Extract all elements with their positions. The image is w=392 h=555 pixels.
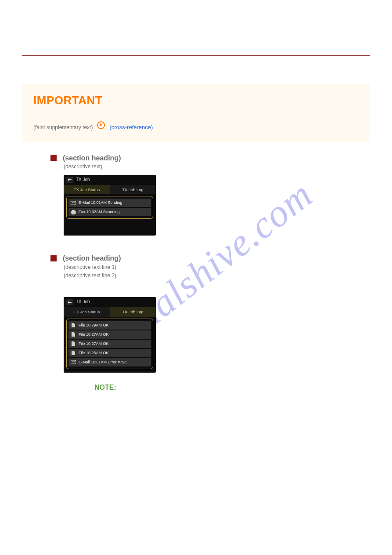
list-item[interactable]: E-Mail 10:01AM Sending [68, 199, 151, 207]
section-b-sub2: (descriptive text line 2) [64, 272, 370, 279]
list-item-text: E-Mail 10:01AM Error #753 [79, 359, 126, 365]
section-a: (section heading) (descriptive text) TX … [22, 153, 370, 236]
section-a-sub: (descriptive text) [64, 163, 370, 170]
list-item-text: File 10:27AM OK [79, 332, 109, 337]
list-item-text: File 10:27AM OK [79, 341, 109, 347]
file-icon [71, 351, 76, 355]
screenshot-titlebar: TX Job [64, 175, 156, 185]
file-icon [71, 332, 76, 337]
list-item[interactable]: File 10:26AM OK [68, 349, 151, 357]
svg-rect-0 [71, 211, 76, 214]
tab-status[interactable]: TX Job Status [64, 185, 110, 195]
list-item-text: E-Mail 10:01AM Sending [79, 200, 122, 206]
square-bullet-icon [50, 255, 57, 261]
screenshot-list: E-Mail 10:01AM Sending Fax 10:02AM Scann… [66, 196, 153, 219]
tab-log[interactable]: TX Job Log [110, 185, 156, 195]
list-item[interactable]: File 10:27AM OK [68, 330, 151, 339]
important-link[interactable]: (cross-reference) [109, 123, 153, 132]
screenshot-status: TX Job TX Job Status TX Job Log E-Mail 1… [64, 175, 156, 236]
file-icon [71, 323, 76, 327]
screenshot-tabs: TX Job Status TX Job Log [64, 185, 156, 195]
back-icon[interactable] [66, 177, 73, 183]
important-body: (faint supplementary text) (cross-refere… [33, 121, 359, 132]
mail-icon [71, 360, 76, 364]
list-item-text: Fax 10:02AM Scanning [79, 209, 120, 215]
screenshot-tabs: TX Job Status TX Job Log [64, 307, 156, 317]
section-b: (section heading) (descriptive text line… [22, 253, 370, 392]
play-icon [97, 121, 105, 129]
list-item[interactable]: File 10:27AM OK [68, 340, 151, 348]
mail-icon [71, 201, 76, 205]
section-a-header: (section heading) [50, 153, 370, 163]
page-content: IMPORTANT (faint supplementary text) (cr… [0, 55, 392, 392]
list-item[interactable]: E-Mail 10:01AM Error #753 [68, 358, 151, 366]
fax-icon [71, 210, 76, 214]
svg-rect-1 [72, 210, 75, 211]
section-b-title: (section heading) [63, 253, 121, 263]
important-heading: IMPORTANT [33, 92, 359, 109]
screenshot-log: TX Job TX Job Status TX Job Log File 10:… [64, 297, 156, 373]
square-bullet-icon [50, 155, 57, 161]
screenshot-title: TX Job [76, 177, 90, 183]
section-b-header: (section heading) [50, 253, 370, 263]
list-item[interactable]: Fax 10:02AM Scanning [68, 208, 151, 216]
tab-status[interactable]: TX Job Status [64, 307, 110, 317]
important-callout: IMPORTANT (faint supplementary text) (cr… [22, 84, 370, 142]
list-item-text: File 10:26AM OK [79, 350, 109, 356]
svg-rect-2 [72, 214, 75, 214]
tab-log[interactable]: TX Job Log [110, 307, 156, 317]
file-icon [71, 341, 76, 346]
section-a-title: (section heading) [63, 153, 121, 163]
screenshot-titlebar: TX Job [64, 297, 156, 307]
back-icon[interactable] [66, 299, 73, 305]
screenshot-list: File 10:29AM OK File 10:27AM OK File 10:… [66, 319, 153, 369]
section-rule [22, 55, 370, 56]
list-item[interactable]: File 10:29AM OK [68, 321, 151, 330]
section-b-sub1: (descriptive text line 1) [64, 264, 370, 271]
screenshot-title: TX Job [76, 299, 90, 305]
list-item-text: File 10:29AM OK [79, 323, 109, 328]
note-heading: NOTE: [94, 382, 370, 392]
important-prefix: (faint supplementary text) [33, 124, 93, 131]
